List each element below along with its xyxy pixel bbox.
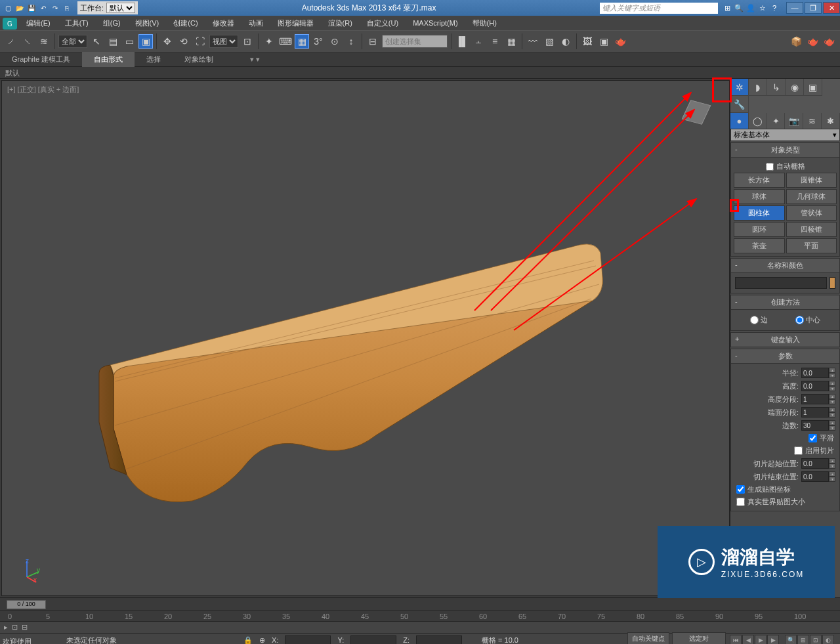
menu-edit[interactable]: 编辑(E) — [20, 16, 57, 30]
angle-snap-icon[interactable]: 3° — [311, 34, 326, 49]
refcoord-dropdown[interactable]: 视图 — [209, 35, 238, 48]
rollout-ki-header[interactable]: +键盘输入 — [730, 332, 840, 347]
sliceon-checkbox[interactable] — [794, 446, 803, 455]
menu-animation[interactable]: 动画 — [242, 16, 270, 30]
sides-input[interactable] — [801, 420, 829, 431]
height-dn[interactable]: ▾ — [829, 386, 835, 391]
zoom-icon[interactable]: 🔍 — [785, 635, 797, 644]
cp-sub-geometry-icon[interactable]: ● — [730, 113, 749, 129]
rollout-params-header[interactable]: -参数 — [730, 349, 840, 364]
sides-dn[interactable]: ▾ — [829, 425, 835, 431]
workspace-dropdown[interactable]: 默认 — [106, 3, 135, 13]
named-selset-input[interactable] — [382, 35, 448, 48]
search-input[interactable]: 键入关键字或短语 — [600, 3, 718, 14]
selection-filter[interactable]: 全部 — [58, 35, 87, 48]
sliceto-input[interactable] — [801, 471, 829, 482]
menu-help[interactable]: 帮助(H) — [466, 16, 503, 30]
cp-tab-motion-icon[interactable]: ◉ — [786, 79, 804, 96]
smooth-checkbox[interactable] — [808, 434, 817, 442]
save-icon[interactable]: 💾 — [26, 3, 37, 13]
cp-sub-spacewarps-icon[interactable]: ✱ — [822, 113, 840, 129]
genmap-checkbox[interactable] — [736, 485, 745, 494]
select-object-icon[interactable]: ↖ — [89, 34, 104, 49]
sides-up[interactable]: ▴ — [829, 420, 835, 425]
scale-icon[interactable]: ⛶ — [193, 34, 207, 49]
play-icon[interactable]: ▶ — [755, 635, 766, 644]
graphite-toggle-icon[interactable]: ▦ — [504, 34, 518, 49]
primitive-category-dropdown[interactable]: 标准基本体▾ — [730, 129, 840, 141]
link-icon[interactable]: ⎘ — [62, 3, 72, 13]
move-icon[interactable]: ✥ — [160, 34, 175, 49]
help-icon[interactable]: ? — [769, 3, 780, 13]
cp-tab-hierarchy-icon[interactable]: ↳ — [767, 79, 786, 96]
spinner-snap-icon[interactable]: ↕ — [344, 34, 358, 49]
menu-tools[interactable]: 工具(T) — [58, 16, 95, 30]
radius-input[interactable] — [801, 368, 829, 378]
cseg-dn[interactable]: ▾ — [829, 412, 835, 418]
coord-sys-icon[interactable]: ⊕ — [259, 636, 265, 644]
cm-center-radio[interactable]: 中心 — [795, 315, 820, 325]
cm-edge-radio[interactable]: 边 — [750, 315, 768, 325]
select-name-icon[interactable]: ▤ — [106, 34, 120, 49]
radius-up[interactable]: ▴ — [829, 368, 835, 373]
menu-create[interactable]: 创建(C) — [167, 16, 204, 30]
viewcube[interactable] — [677, 94, 716, 133]
slicefrom-input[interactable] — [801, 458, 829, 469]
snap-toggle-icon[interactable]: ▦ — [295, 34, 309, 49]
model-knife-handle[interactable] — [87, 238, 606, 527]
height-input[interactable] — [801, 381, 829, 391]
prim-torus[interactable]: 圆环 — [734, 222, 785, 237]
redo-icon[interactable]: ↷ — [50, 3, 60, 13]
workspace-selector[interactable]: 工作台: 默认 — [77, 1, 138, 14]
prim-plane[interactable]: 平面 — [786, 238, 837, 253]
keyboard-shortcut-icon[interactable]: ⌨ — [278, 34, 293, 49]
curve-editor-icon[interactable]: 〰 — [526, 34, 540, 49]
autogrid-checkbox[interactable] — [766, 163, 774, 171]
cp-tab-modify-icon[interactable]: ◗ — [749, 79, 767, 96]
mirror-icon[interactable]: ▐▌ — [455, 34, 469, 49]
maximize-button[interactable]: ❐ — [805, 2, 822, 14]
zoom-ext-icon[interactable]: ⊡ — [810, 635, 822, 644]
color-swatch[interactable] — [830, 277, 835, 289]
menu-group[interactable]: 组(G) — [96, 16, 127, 30]
fov-icon[interactable]: ◐ — [822, 635, 834, 644]
cp-sub-shapes-icon[interactable]: ◯ — [749, 113, 767, 129]
align-icon[interactable]: ⫠ — [471, 34, 486, 49]
edit-selset-icon[interactable]: ⊟ — [366, 34, 380, 49]
trackbar[interactable]: ▸ ⊡ ⊟ — [0, 621, 840, 633]
cp-tab-utilities-icon[interactable]: 🔧 — [730, 96, 749, 113]
manipulate-icon[interactable]: ✦ — [262, 34, 276, 49]
prim-cone[interactable]: 圆锥体 — [786, 173, 837, 188]
time-ruler[interactable]: 0510152025303540455055606570758085909510… — [0, 611, 840, 621]
rotate-icon[interactable]: ⟲ — [177, 34, 191, 49]
prim-tube[interactable]: 管状体 — [786, 205, 837, 221]
cp-tab-create-icon[interactable]: ✲ — [730, 79, 749, 96]
cseg-input[interactable] — [801, 407, 829, 418]
time-slider[interactable]: 0 / 100 — [0, 597, 840, 611]
menu-maxscript[interactable]: MAXScript(M) — [406, 17, 464, 29]
signin-icon[interactable]: 👤 — [746, 3, 756, 13]
prim-sphere[interactable]: 球体 — [734, 189, 785, 204]
rollout-nc-header[interactable]: -名称和颜色 — [730, 258, 840, 273]
prim-pyramid[interactable]: 四棱锥 — [786, 222, 837, 237]
time-slider-handle[interactable]: 0 / 100 — [7, 600, 46, 609]
menu-rendering[interactable]: 渲染(R) — [322, 16, 359, 30]
select-region-icon[interactable]: ▭ — [122, 34, 136, 49]
realws-checkbox[interactable] — [736, 498, 745, 506]
cp-sub-cameras-icon[interactable]: 📷 — [785, 113, 803, 129]
render-setup-icon[interactable]: 🖼 — [580, 34, 595, 49]
layers-icon[interactable]: ≡ — [488, 34, 502, 49]
material-editor-icon[interactable]: ◐ — [558, 34, 573, 49]
viewport[interactable]: [+] [正交] [真实 + 边面] — [1, 80, 730, 596]
container-icon[interactable]: 📦 — [789, 34, 803, 49]
prev-frame-icon[interactable]: ◀ — [742, 635, 754, 644]
search2-icon[interactable]: 🔍 — [734, 3, 744, 13]
prim-geosphere[interactable]: 几何球体 — [786, 189, 837, 204]
z-input[interactable] — [416, 635, 462, 644]
teapot-b-icon[interactable]: 🫖 — [822, 34, 836, 49]
schematic-icon[interactable]: ▧ — [542, 34, 556, 49]
menu-grapheditors[interactable]: 图形编辑器 — [271, 16, 320, 30]
object-name-input[interactable] — [735, 277, 827, 289]
trackbar-toggle-icon[interactable]: ▸ — [4, 623, 8, 632]
viewport-label[interactable]: [+] [正交] [真实 + 边面] — [7, 85, 79, 95]
